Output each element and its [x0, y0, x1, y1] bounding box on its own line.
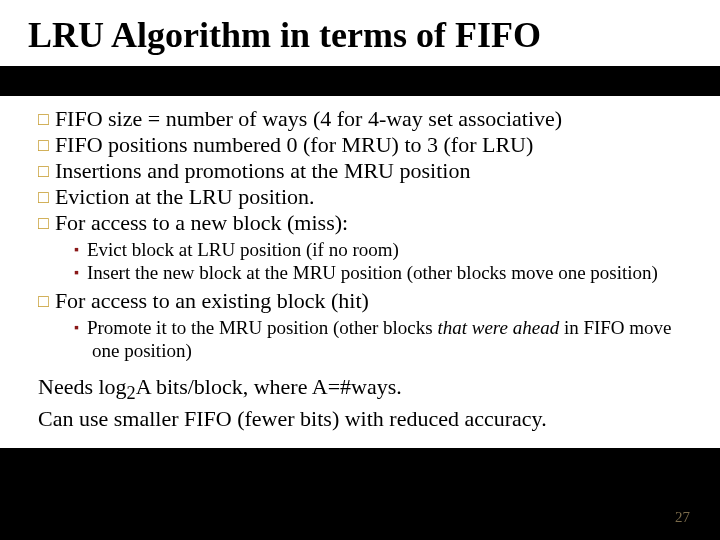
sub-list-hit: Promote it to the MRU position (other bl…	[38, 316, 692, 362]
sub-item: Evict block at LRU position (if no room)	[74, 238, 692, 261]
bullet-item: Insertions and promotions at the MRU pos…	[38, 158, 692, 184]
sub-item: Promote it to the MRU position (other bl…	[74, 316, 692, 362]
bullet-item: For access to a new block (miss):	[38, 210, 692, 236]
bullet-list: FIFO size = number of ways (4 for 4-way …	[38, 106, 692, 236]
subscript: 2	[127, 384, 136, 404]
bullet-item: For access to an existing block (hit)	[38, 288, 692, 314]
slide-title: LRU Algorithm in terms of FIFO	[28, 14, 692, 56]
title-band: LRU Algorithm in terms of FIFO	[0, 0, 720, 66]
footer-text: Can use smaller FIFO (fewer bits) with r…	[38, 406, 547, 431]
body-area: FIFO size = number of ways (4 for 4-way …	[0, 96, 720, 448]
bullet-item: FIFO positions numbered 0 (for MRU) to 3…	[38, 132, 692, 158]
footer-text: A bits/block, where A=#ways.	[136, 374, 402, 399]
slide: LRU Algorithm in terms of FIFO FIFO size…	[0, 0, 720, 540]
sub-item: Insert the new block at the MRU position…	[74, 261, 692, 284]
footer-note: Needs log2A bits/block, where A=#ways.Ca…	[38, 374, 692, 432]
italic-text: that were ahead	[437, 317, 559, 338]
bullet-list: For access to an existing block (hit)	[38, 288, 692, 314]
page-number: 27	[675, 509, 690, 526]
sub-list-miss: Evict block at LRU position (if no room)…	[38, 238, 692, 284]
sub-item-text: Promote it to the MRU position (other bl…	[87, 317, 437, 338]
footer-text: Needs log	[38, 374, 127, 399]
bullet-item: Eviction at the LRU position.	[38, 184, 692, 210]
bullet-item: FIFO size = number of ways (4 for 4-way …	[38, 106, 692, 132]
